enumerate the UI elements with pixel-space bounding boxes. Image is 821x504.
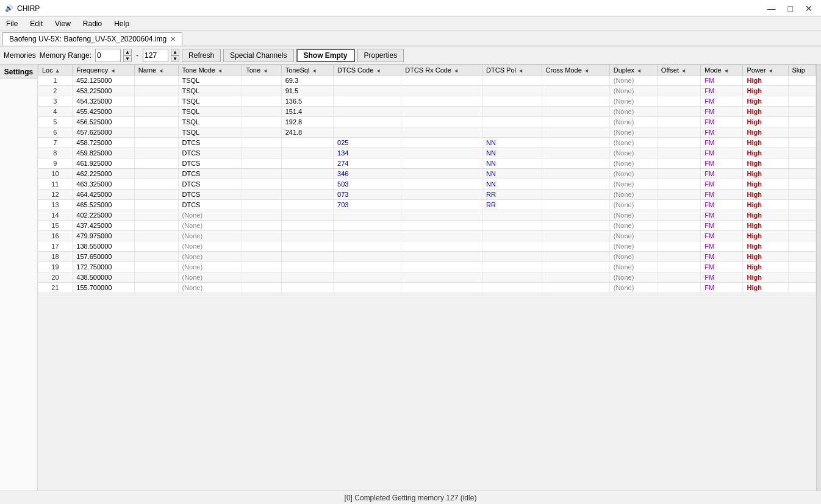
col-dtcs-code[interactable]: DTCS Code ◄ [334,65,401,76]
table-cell [134,179,178,190]
table-cell: High [743,262,788,272]
table-row[interactable]: 4455.425000TSQL151.4(None)FMHigh [38,107,816,117]
refresh-button[interactable]: Refresh [182,49,221,62]
table-cell: High [743,169,788,179]
table-cell [281,179,333,190]
table-cell: (None) [609,272,657,283]
maximize-button[interactable]: □ [784,2,797,15]
table-cell [788,252,816,262]
range-end-input[interactable] [143,49,168,62]
table-row[interactable]: 9461.925000DTCS274NN(None)FMHigh [38,158,816,169]
menu-edit[interactable]: Edit [24,18,49,29]
col-tone-mode[interactable]: Tone Mode ◄ [178,65,242,76]
minimize-button[interactable]: — [764,2,780,15]
table-cell: High [743,231,788,241]
table-cell: High [743,138,788,148]
table-cell [542,200,609,210]
table-row[interactable]: 13465.525000DTCS703RR(None)FMHigh [38,200,816,210]
col-dtcs-rx-code[interactable]: DTCS Rx Code ◄ [401,65,482,76]
range-end-down[interactable]: ▼ [171,55,179,62]
col-dtcs-pol[interactable]: DTCS Pol ◄ [482,65,542,76]
table-cell [788,179,816,190]
table-row[interactable]: 17138.550000(None)(None)FMHigh [38,241,816,252]
resize-handle[interactable] [816,65,821,491]
range-start-up[interactable]: ▲ [123,49,132,55]
table-cell: High [743,283,788,293]
table-cell: 91.5 [281,86,333,96]
table-row[interactable]: 3454.325000TSQL136.5(None)FMHigh [38,96,816,107]
table-cell: FM [701,200,743,210]
range-start-input[interactable] [95,49,121,62]
col-frequency[interactable]: Frequency ◄ [73,65,135,76]
range-dash: - [134,51,140,60]
table-row[interactable]: 12464.425000DTCS073RR(None)FMHigh [38,190,816,200]
table-cell [542,169,609,179]
table-row[interactable]: 14402.225000(None)(None)FMHigh [38,210,816,221]
properties-button[interactable]: Properties [357,49,404,62]
table-cell: FM [701,252,743,262]
table-row[interactable]: 7458.725000DTCS025NN(None)FMHigh [38,138,816,148]
table-cell [242,272,281,283]
table-cell [542,221,609,231]
special-channels-button[interactable]: Special Channels [223,49,293,62]
table-cell: (None) [178,283,242,293]
table-cell: 479.975000 [73,231,135,241]
table-cell: FM [701,107,743,117]
table-cell [542,158,609,169]
table-cell: High [743,179,788,190]
menu-file[interactable]: File [0,18,24,29]
col-tonesql[interactable]: ToneSql ◄ [281,65,333,76]
menu-help[interactable]: Help [108,18,135,29]
menu-view[interactable]: View [49,18,77,29]
table-cell [542,76,609,86]
table-row[interactable]: 15437.425000(None)(None)FMHigh [38,221,816,231]
table-row[interactable]: 11463.325000DTCS503NN(None)FMHigh [38,179,816,190]
table-row[interactable]: 16479.975000(None)(None)FMHigh [38,231,816,241]
table-cell [334,283,401,293]
table-cell [788,158,816,169]
table-row[interactable]: 10462.225000DTCS346NN(None)FMHigh [38,169,816,179]
close-button[interactable]: ✕ [801,2,816,15]
table-cell [482,117,542,127]
table-cell: (None) [609,117,657,127]
table-row[interactable]: 8459.825000DTCS134NN(None)FMHigh [38,148,816,158]
show-empty-button[interactable]: Show Empty [296,49,355,62]
table-cell [542,117,609,127]
menu-radio[interactable]: Radio [77,18,108,29]
table-cell: NN [482,148,542,158]
table-row[interactable]: 19172.750000(None)(None)FMHigh [38,262,816,272]
table-row[interactable]: 18157.650000(None)(None)FMHigh [38,252,816,262]
col-loc[interactable]: Loc ▲ [38,65,73,76]
col-cross-mode[interactable]: Cross Mode ◄ [542,65,609,76]
file-tab[interactable]: Baofeng UV-5X: Baofeng_UV-5X_20200604.im… [2,32,182,46]
table-container[interactable]: Loc ▲ Frequency ◄ Name ◄ Tone Mode ◄ Ton… [38,65,816,491]
col-mode[interactable]: Mode ◄ [701,65,743,76]
table-cell [657,210,700,221]
col-duplex[interactable]: Duplex ◄ [609,65,657,76]
col-power[interactable]: Power ◄ [743,65,788,76]
table-cell [788,283,816,293]
range-end-up[interactable]: ▲ [171,49,179,55]
col-name[interactable]: Name ◄ [134,65,178,76]
col-skip[interactable]: Skip [788,65,816,76]
table-cell [657,252,700,262]
col-tone[interactable]: Tone ◄ [242,65,281,76]
table-row[interactable]: 21155.700000(None)(None)FMHigh [38,283,816,293]
table-cell: 13 [38,200,73,210]
table-row[interactable]: 2453.225000TSQL91.5(None)FMHigh [38,86,816,96]
table-row[interactable]: 1452.125000TSQL69.3(None)FMHigh [38,76,816,86]
table-cell: 192.8 [281,117,333,127]
table-row[interactable]: 20438.500000(None)(None)FMHigh [38,272,816,283]
table-cell [134,262,178,272]
col-offset[interactable]: Offset ◄ [657,65,700,76]
table-row[interactable]: 6457.625000TSQL241.8(None)FMHigh [38,127,816,138]
range-start-down[interactable]: ▼ [123,55,132,62]
table-row[interactable]: 5456.525000TSQL192.8(None)FMHigh [38,117,816,127]
table-cell: FM [701,231,743,241]
table-cell [657,107,700,117]
table-cell: 10 [38,169,73,179]
table-cell: DTCS [178,158,242,169]
table-cell [134,107,178,117]
table-cell [134,272,178,283]
tab-close-icon[interactable]: ✕ [170,35,176,43]
